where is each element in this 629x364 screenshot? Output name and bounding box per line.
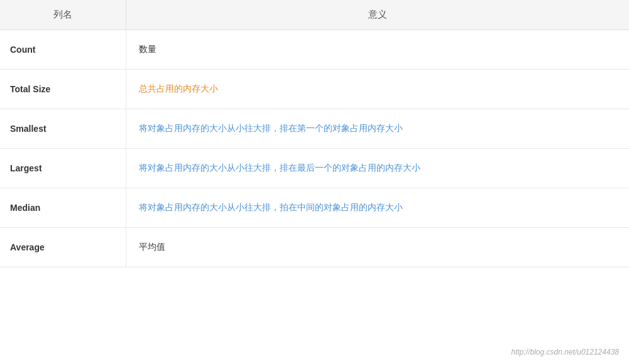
cell-meaning-average: 平均值 — [126, 228, 629, 267]
table-row: Largest将对象占用内存的大小从小往大排，排在最后一个的对象占用的内存大小 — [0, 149, 629, 188]
header-column-name: 列名 — [0, 0, 126, 30]
table-row: Total Size总共占用的内存大小 — [0, 70, 629, 109]
cell-meaning-largest: 将对象占用内存的大小从小往大排，排在最后一个的对象占用的内存大小 — [126, 149, 629, 188]
cell-column-count: Count — [0, 30, 126, 70]
cell-column-median: Median — [0, 188, 126, 228]
table-row: Count数量 — [0, 30, 629, 70]
header-meaning: 意义 — [126, 0, 629, 30]
cell-meaning-total-size: 总共占用的内存大小 — [126, 70, 629, 109]
cell-meaning-count: 数量 — [126, 30, 629, 70]
watermark: http://blog.csdn.net/u012124438 — [511, 348, 619, 356]
table-container: 列名 意义 Count数量Total Size总共占用的内存大小Smallest… — [0, 0, 629, 364]
cell-meaning-median: 将对象占用内存的大小从小往大排，拍在中间的对象占用的内存大小 — [126, 188, 629, 228]
cell-meaning-smallest: 将对象占用内存的大小从小往大排，排在第一个的对象占用内存大小 — [126, 109, 629, 149]
table-row: Average平均值 — [0, 228, 629, 267]
table-row: Smallest将对象占用内存的大小从小往大排，排在第一个的对象占用内存大小 — [0, 109, 629, 149]
cell-column-total-size: Total Size — [0, 70, 126, 109]
cell-column-largest: Largest — [0, 149, 126, 188]
table-row: Median将对象占用内存的大小从小往大排，拍在中间的对象占用的内存大小 — [0, 188, 629, 228]
data-table: 列名 意义 Count数量Total Size总共占用的内存大小Smallest… — [0, 0, 629, 267]
cell-column-smallest: Smallest — [0, 109, 126, 149]
cell-column-average: Average — [0, 228, 126, 267]
